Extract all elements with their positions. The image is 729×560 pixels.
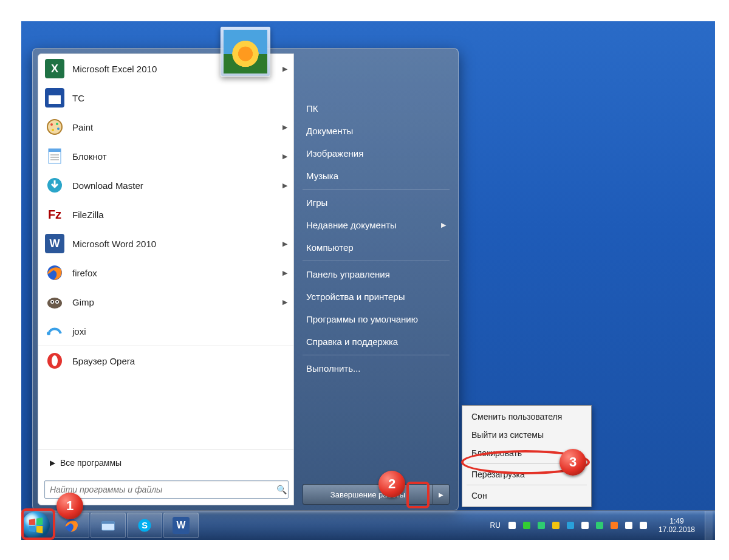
start-right-item-label: Изображения [306, 148, 363, 159]
program-item-joxi[interactable]: joxi [38, 316, 293, 346]
program-item-label: Paint [72, 122, 282, 132]
program-item-label: Download Master [72, 180, 282, 191]
search-input[interactable] [45, 485, 275, 494]
search-icon: 🔍 [275, 485, 288, 494]
start-right-item[interactable]: Программы по умолчанию [303, 308, 450, 330]
shutdown-options-button[interactable]: ▶ [433, 484, 450, 505]
program-item-gimp[interactable]: Gimp▶ [38, 287, 293, 316]
program-item-opera[interactable]: Браузер Opera [38, 346, 293, 375]
safe-remove-icon[interactable] [521, 520, 532, 531]
start-right-item[interactable]: Компьютер [303, 236, 450, 259]
program-item-notepad[interactable]: Блокнот▶ [38, 142, 293, 171]
taskbar-item[interactable] [54, 513, 89, 538]
shutdown-submenu-item[interactable]: Перезагрузка [464, 465, 589, 483]
start-right-item[interactable]: Выполнить... [303, 357, 450, 380]
start-right-item-label: Панель управления [306, 269, 390, 279]
svg-rect-41 [581, 522, 589, 529]
square-green-icon[interactable] [536, 520, 547, 531]
start-right-item-label: Устройства и принтеры [306, 292, 405, 302]
windows-logo-icon [27, 516, 45, 534]
arrow-orange-icon[interactable] [609, 520, 620, 531]
show-desktop-button[interactable] [705, 511, 713, 540]
start-right-item[interactable]: Документы [303, 120, 450, 142]
svg-point-6 [50, 123, 53, 126]
skype-icon: S [136, 517, 153, 534]
start-right-item[interactable]: Изображения [303, 142, 450, 165]
menu-separator [467, 463, 587, 464]
start-right-item-label: Справка и поддержка [306, 336, 398, 347]
language-indicator[interactable]: RU [488, 521, 503, 530]
svg-rect-43 [611, 522, 618, 529]
shutdown-submenu-item[interactable]: Сон [464, 487, 589, 505]
chevron-right-icon: ▶ [282, 240, 287, 248]
program-item-label: Браузер Opera [72, 356, 287, 366]
tray-up-icon[interactable] [507, 520, 518, 531]
search-box[interactable]: 🔍 [44, 480, 289, 499]
program-item-filezilla[interactable]: FzFileZilla [38, 200, 293, 229]
program-item-label: Блокнот [72, 151, 282, 162]
svg-point-25 [56, 301, 58, 303]
program-item-label: joxi [72, 326, 287, 336]
bar-green-icon[interactable] [594, 520, 605, 531]
start-right-item[interactable]: Панель управления [303, 263, 450, 285]
taskbar-item[interactable]: S [127, 513, 162, 538]
desktop-screenshot: XMicrosoft Excel 2010▶TCPaint▶Блокнот▶Do… [21, 21, 715, 540]
svg-rect-42 [596, 522, 603, 529]
svg-text:W: W [50, 237, 60, 250]
program-item-label: Gimp [72, 297, 282, 307]
svg-point-24 [52, 301, 53, 303]
svg-point-8 [57, 128, 60, 130]
shutdown-button[interactable]: Завершение работы [303, 484, 433, 505]
telegram-icon[interactable] [565, 520, 576, 531]
chevron-right-icon: ▶ [282, 152, 287, 160]
svg-point-21 [47, 298, 62, 309]
taskbar-item[interactable]: W [163, 513, 199, 538]
program-item-firefox[interactable]: firefox▶ [38, 258, 293, 287]
svg-rect-44 [625, 522, 632, 529]
opera-icon [44, 350, 65, 371]
start-right-item[interactable]: Справка и поддержка [303, 330, 450, 353]
svg-text:W: W [177, 520, 186, 530]
shutdown-submenu-item[interactable]: Блокировать [464, 444, 589, 462]
firefox-icon [44, 262, 65, 283]
program-item-label: TC [72, 93, 287, 103]
flag-icon[interactable] [580, 520, 590, 531]
network-icon[interactable] [623, 520, 634, 531]
system-tray: RU 1:49 17.02.2018 [488, 511, 715, 540]
menu-separator [467, 485, 587, 485]
program-item-tc[interactable]: TC [38, 83, 293, 112]
paint-icon [44, 117, 65, 137]
svg-point-7 [56, 123, 58, 125]
program-item-dm[interactable]: Download Master▶ [38, 171, 293, 200]
start-right-item[interactable]: Недавние документы▶ [303, 214, 450, 236]
start-menu: XMicrosoft Excel 2010▶TCPaint▶Блокнот▶Do… [32, 48, 459, 511]
shutdown-submenu: Сменить пользователяВыйти из системыБлок… [462, 405, 592, 507]
start-menu-left-pane: XMicrosoft Excel 2010▶TCPaint▶Блокнот▶Do… [38, 53, 294, 505]
tc-icon [44, 87, 65, 108]
program-item-excel[interactable]: XMicrosoft Excel 2010▶ [38, 54, 293, 83]
start-button[interactable] [22, 511, 50, 539]
chevron-right-icon: ▶ [439, 491, 443, 498]
filezilla-icon: Fz [44, 204, 65, 225]
shutdown-submenu-item[interactable]: Сменить пользователя [464, 408, 589, 426]
start-right-item[interactable]: ПК [303, 97, 450, 120]
all-programs-button[interactable]: ▶ Все программы [38, 449, 293, 476]
svg-rect-40 [567, 522, 574, 529]
shutdown-row: Завершение работы ▶ [303, 483, 450, 505]
start-right-item[interactable]: Устройства и принтеры [303, 285, 450, 308]
program-item-paint[interactable]: Paint▶ [38, 112, 293, 142]
start-menu-right-pane: ПКДокументыИзображенияМузыкаИгрыНедавние… [294, 49, 458, 510]
svg-rect-38 [538, 522, 545, 529]
program-item-label: firefox [72, 268, 282, 278]
volume-icon[interactable] [638, 520, 649, 531]
chevron-right-icon: ▶ [282, 65, 287, 73]
taskbar-item[interactable] [91, 513, 126, 538]
program-item-word[interactable]: WMicrosoft Word 2010▶ [38, 229, 293, 258]
svg-text:Fz: Fz [48, 208, 61, 221]
menu-separator [303, 355, 450, 355]
square-yellow-icon[interactable] [550, 520, 561, 531]
clock[interactable]: 1:49 17.02.2018 [652, 517, 701, 534]
shutdown-submenu-item[interactable]: Выйти из системы [464, 426, 589, 444]
start-right-item[interactable]: Игры [303, 191, 450, 214]
start-right-item[interactable]: Музыка [303, 165, 450, 187]
